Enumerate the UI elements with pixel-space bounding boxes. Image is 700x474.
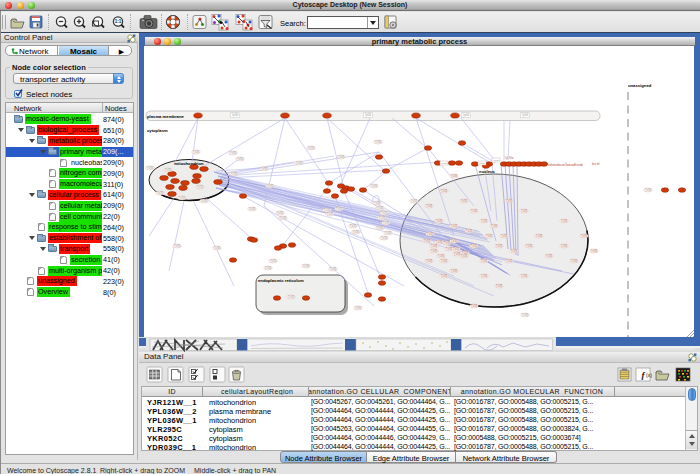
svg-text:Yxl36: Yxl36 xyxy=(277,211,284,215)
svg-text:Yxl36: Yxl36 xyxy=(426,204,433,208)
svg-text:Yxl36: Yxl36 xyxy=(506,259,513,263)
svg-text:endoplasmic reticulum: endoplasmic reticulum xyxy=(258,278,304,283)
svg-text:Yxl36: Yxl36 xyxy=(645,188,652,192)
svg-text:Yxl36: Yxl36 xyxy=(481,259,488,263)
svg-text:Yxl36: Yxl36 xyxy=(411,199,418,203)
svg-text:Yxl36: Yxl36 xyxy=(496,244,503,248)
svg-text:Yxl36: Yxl36 xyxy=(581,234,588,238)
svg-text:Yxl36: Yxl36 xyxy=(265,266,272,270)
svg-text:Yxl36: Yxl36 xyxy=(324,208,331,212)
svg-text:mitochondrion: mitochondrion xyxy=(174,161,204,166)
svg-text:Ybr20: Ybr20 xyxy=(493,159,500,162)
svg-text:Ypl36: Ypl36 xyxy=(522,113,529,117)
svg-text:Yxl36: Yxl36 xyxy=(481,219,488,223)
svg-text:Yxl36: Yxl36 xyxy=(179,196,186,200)
svg-text:Yxl36: Yxl36 xyxy=(375,140,382,144)
svg-text:cytoplasm: cytoplasm xyxy=(147,128,168,133)
svg-text:Yxl36: Yxl36 xyxy=(506,199,513,203)
svg-text:Yxl36: Yxl36 xyxy=(377,206,384,210)
svg-text:Yxl36: Yxl36 xyxy=(521,274,528,278)
svg-text:Yxl36: Yxl36 xyxy=(165,168,172,172)
svg-text:Yxl36: Yxl36 xyxy=(471,304,478,308)
svg-text:Yxl36: Yxl36 xyxy=(350,224,357,228)
svg-text:Yxl36: Yxl36 xyxy=(561,244,568,248)
svg-text:Yxl36: Yxl36 xyxy=(451,239,458,243)
svg-text:Yxl36: Yxl36 xyxy=(526,244,533,248)
svg-text:xxherxxbczxOaexxdfcrxxb: xxherxxbczxOaexxdfcrxxb xyxy=(548,163,583,167)
svg-text:Yxl36: Yxl36 xyxy=(471,244,478,248)
svg-text:Yxl36: Yxl36 xyxy=(441,259,448,263)
svg-text:Yxl36: Yxl36 xyxy=(522,313,529,317)
svg-text:Yxl36: Yxl36 xyxy=(571,259,578,263)
svg-text:Ypl36: Ypl36 xyxy=(463,113,470,117)
svg-text:Yxl36: Yxl36 xyxy=(451,269,458,273)
svg-text:Yxl36: Yxl36 xyxy=(371,184,378,188)
svg-text:Yxl36: Yxl36 xyxy=(267,184,274,188)
svg-text:Yxl36: Yxl36 xyxy=(379,216,386,220)
svg-text:Yxl36: Yxl36 xyxy=(193,150,200,154)
svg-text:Yxl36: Yxl36 xyxy=(261,167,268,171)
svg-text:Yxl36: Yxl36 xyxy=(451,174,458,178)
svg-text:1:1: 1:1 xyxy=(115,19,122,24)
svg-text:Yxl36: Yxl36 xyxy=(237,157,244,161)
svg-text:Yxl36: Yxl36 xyxy=(451,224,458,228)
svg-text:Yxl36: Yxl36 xyxy=(280,216,287,220)
svg-text:Yxl36: Yxl36 xyxy=(303,264,310,268)
svg-text:Yxl36: Yxl36 xyxy=(438,254,445,258)
svg-text:Yxl36: Yxl36 xyxy=(231,172,238,176)
svg-text:Yxl36: Yxl36 xyxy=(355,306,362,310)
svg-text:Yxl36: Yxl36 xyxy=(270,259,277,263)
svg-text:Yxl36: Yxl36 xyxy=(546,254,553,258)
svg-text:Yxl36: Yxl36 xyxy=(466,229,473,233)
svg-text:Yxl36: Yxl36 xyxy=(491,224,498,228)
svg-text:(x): (x) xyxy=(646,372,652,378)
svg-text:Yxl36: Yxl36 xyxy=(471,209,478,213)
svg-text:Yxl36: Yxl36 xyxy=(511,249,518,253)
svg-text:Ygl 36w: Ygl 36w xyxy=(504,156,513,160)
svg-text:Yxl36: Yxl36 xyxy=(353,230,360,234)
svg-text:Yxl36: Yxl36 xyxy=(385,231,392,235)
svg-text:Yxl36: Yxl36 xyxy=(381,211,388,215)
svg-text:Yxl36: Yxl36 xyxy=(288,295,295,299)
svg-text:Yxl36: Yxl36 xyxy=(561,219,568,223)
svg-text:unassigned: unassigned xyxy=(628,83,652,88)
svg-text:Yxl36: Yxl36 xyxy=(336,207,343,211)
svg-text:Yxl36: Yxl36 xyxy=(374,201,381,205)
svg-text:Yxl36: Yxl36 xyxy=(230,151,237,155)
svg-text:Yxl36: Yxl36 xyxy=(197,185,204,189)
svg-text:Ybr20: Ybr20 xyxy=(441,162,448,165)
svg-text:Yxl36: Yxl36 xyxy=(453,247,460,251)
svg-text:Yxl36: Yxl36 xyxy=(486,234,493,238)
svg-text:Yxl36: Yxl36 xyxy=(338,155,345,159)
svg-text:Yxl36: Yxl36 xyxy=(377,226,384,230)
svg-text:Yxl36: Yxl36 xyxy=(424,239,431,243)
svg-text:Yxl36: Yxl36 xyxy=(536,234,543,238)
svg-text:Yxl36: Yxl36 xyxy=(157,191,164,195)
svg-text:Yxl36: Yxl36 xyxy=(427,232,434,236)
svg-text:bcx ml: bcx ml xyxy=(592,162,600,166)
svg-text:Yxl36: Yxl36 xyxy=(296,161,303,165)
svg-text:Yxl36: Yxl36 xyxy=(496,284,503,288)
svg-text:Yxl36: Yxl36 xyxy=(436,240,443,244)
svg-text:Yxl36: Yxl36 xyxy=(441,189,448,193)
svg-text:Yxl36: Yxl36 xyxy=(381,236,388,240)
svg-text:Yxl36: Yxl36 xyxy=(431,249,438,253)
svg-text:nucleus: nucleus xyxy=(479,169,495,174)
svg-text:Yxl36: Yxl36 xyxy=(327,212,334,216)
svg-text:Ypl36: Ypl36 xyxy=(365,113,372,117)
svg-text:Yxl36: Yxl36 xyxy=(481,274,488,278)
svg-text:Yxl36: Yxl36 xyxy=(174,244,181,248)
svg-text:Yxl36: Yxl36 xyxy=(201,199,208,203)
svg-text:Yxl36: Yxl36 xyxy=(249,207,256,211)
svg-text:Yxl36: Yxl36 xyxy=(383,221,390,225)
svg-text:Yxl36: Yxl36 xyxy=(436,219,443,223)
svg-text:Yxl36: Yxl36 xyxy=(426,259,433,263)
svg-text:Yxl36: Yxl36 xyxy=(461,199,468,203)
svg-text:Yxl36: Yxl36 xyxy=(214,246,221,250)
svg-text:plasma membrane: plasma membrane xyxy=(147,114,184,119)
svg-text:Yxl36: Yxl36 xyxy=(431,244,438,248)
svg-text:Yxl36: Yxl36 xyxy=(308,146,315,150)
svg-text:Yxl36: Yxl36 xyxy=(461,254,468,258)
svg-text:Ybr20: Ybr20 xyxy=(479,162,486,165)
svg-text:Yxl36: Yxl36 xyxy=(147,166,154,170)
